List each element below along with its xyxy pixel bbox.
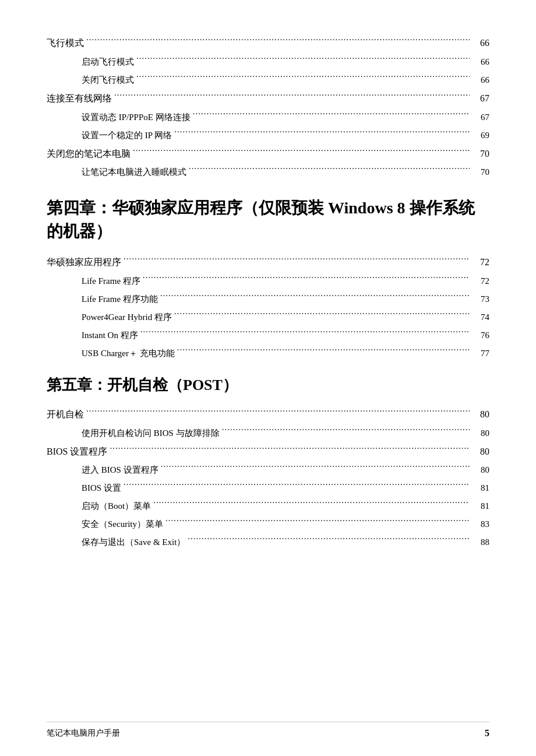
toc-entry: BIOS 设置程序80 — [47, 444, 489, 459]
toc-label: 启动（Boot）菜单 — [82, 499, 151, 513]
toc-dots — [140, 328, 470, 338]
toc-dots — [114, 90, 470, 101]
toc-section-top: 飞行模式66启动飞行模式66关闭飞行模式66连接至有线网络67设置动态 IP/P… — [47, 35, 489, 179]
toc-dots — [165, 516, 470, 527]
toc-dots — [110, 444, 470, 455]
toc-page: 77 — [472, 346, 489, 360]
page-container: 飞行模式66启动飞行模式66关闭飞行模式66连接至有线网络67设置动态 IP/P… — [0, 0, 536, 756]
toc-entry: 启动（Boot）菜单81 — [82, 498, 489, 513]
toc-dots — [160, 291, 470, 302]
toc-page: 69 — [472, 128, 489, 142]
toc-label: 设置动态 IP/PPPoE 网络连接 — [82, 110, 191, 124]
toc-dots — [161, 462, 470, 473]
toc-label: Life Frame 程序 — [82, 274, 140, 288]
toc-label: 进入 BIOS 设置程序 — [82, 463, 158, 477]
toc-label: Life Frame 程序功能 — [82, 292, 158, 306]
toc-dots — [136, 72, 470, 83]
toc-label: BIOS 设置程序 — [47, 444, 107, 459]
toc-dots — [124, 480, 470, 491]
toc-label: Instant On 程序 — [82, 328, 138, 342]
toc-entry: 华硕独家应用程序72 — [47, 254, 489, 270]
toc-page: 88 — [472, 535, 489, 549]
toc-dots — [124, 254, 470, 265]
toc-entry: 使用开机自检访问 BIOS 与故障排除80 — [82, 426, 489, 440]
toc-dots — [86, 35, 470, 46]
toc-entry: 关闭飞行模式66 — [82, 72, 489, 87]
toc-section-chapter4: 华硕独家应用程序72Life Frame 程序72Life Frame 程序功能… — [47, 254, 489, 360]
toc-dots — [189, 164, 470, 175]
toc-page: 67 — [472, 91, 489, 106]
toc-label: 连接至有线网络 — [47, 91, 112, 106]
toc-label: 安全（Security）菜单 — [82, 517, 163, 531]
toc-page: 74 — [472, 310, 489, 324]
footer: 笔记本电脑用户手册 5 — [47, 722, 489, 739]
toc-label: 关闭飞行模式 — [82, 73, 134, 87]
toc-entry: 开机自检80 — [47, 406, 489, 422]
toc-dots — [193, 110, 470, 120]
toc-entry: 连接至有线网络67 — [47, 90, 489, 106]
toc-page: 66 — [472, 36, 489, 51]
toc-entry: 保存与退出（Save & Exit）88 — [82, 535, 489, 549]
toc-page: 81 — [472, 481, 489, 495]
toc-entry: 飞行模式66 — [47, 35, 489, 51]
toc-entry: 进入 BIOS 设置程序80 — [82, 462, 489, 477]
toc-label: 关闭您的笔记本电脑 — [47, 146, 131, 161]
toc-dots — [174, 310, 470, 320]
toc-page: 70 — [472, 165, 489, 179]
toc-page: 66 — [472, 55, 489, 69]
toc-label: 让笔记本电脑进入睡眠模式 — [82, 165, 186, 179]
toc-dots — [136, 54, 470, 65]
toc-label: USB Charger＋ 充电功能 — [82, 346, 175, 360]
toc-label: 飞行模式 — [47, 36, 84, 51]
toc-page: 72 — [472, 255, 489, 270]
toc-entry: 关闭您的笔记本电脑70 — [47, 146, 489, 161]
toc-page: 83 — [472, 517, 489, 531]
toc-page: 67 — [472, 110, 489, 124]
toc-entry: Life Frame 程序功能73 — [82, 291, 489, 306]
toc-dots — [153, 498, 470, 509]
toc-page: 80 — [472, 463, 489, 477]
toc-page: 80 — [472, 407, 489, 422]
footer-page: 5 — [485, 728, 489, 739]
toc-page: 80 — [472, 426, 489, 440]
toc-entry: Instant On 程序76 — [82, 328, 489, 342]
chapter5-heading: 第五章：开机自检（POST） — [47, 375, 489, 396]
toc-dots — [143, 273, 470, 284]
toc-entry: Power4Gear Hybrid 程序74 — [82, 310, 489, 324]
toc-label: 开机自检 — [47, 407, 84, 422]
toc-dots — [188, 535, 470, 545]
toc-dots — [177, 346, 470, 356]
toc-page: 73 — [472, 292, 489, 306]
toc-page: 80 — [472, 444, 489, 459]
toc-dots — [133, 146, 470, 157]
toc-label: Power4Gear Hybrid 程序 — [82, 310, 172, 324]
toc-entry: 设置动态 IP/PPPoE 网络连接67 — [82, 110, 489, 124]
toc-entry: Life Frame 程序72 — [82, 273, 489, 288]
toc-page: 70 — [472, 146, 489, 161]
toc-label: BIOS 设置 — [82, 481, 121, 495]
toc-page: 76 — [472, 328, 489, 342]
toc-label: 保存与退出（Save & Exit） — [82, 535, 185, 549]
toc-label: 启动飞行模式 — [82, 55, 134, 69]
toc-entry: 让笔记本电脑进入睡眠模式70 — [82, 164, 489, 179]
toc-dots — [86, 406, 470, 417]
chapter4-heading: 第四章：华硕独家应用程序（仅限预装 Windows 8 操作系统的机器） — [47, 196, 489, 242]
toc-entry: 启动飞行模式66 — [82, 54, 489, 69]
toc-section-chapter5: 开机自检80使用开机自检访问 BIOS 与故障排除80BIOS 设置程序80进入… — [47, 406, 489, 550]
toc-entry: USB Charger＋ 充电功能77 — [82, 346, 489, 360]
toc-entry: 设置一个稳定的 IP 网络69 — [82, 128, 489, 142]
toc-label: 使用开机自检访问 BIOS 与故障排除 — [82, 426, 220, 440]
toc-label: 设置一个稳定的 IP 网络 — [82, 128, 172, 142]
toc-label: 华硕独家应用程序 — [47, 255, 121, 270]
footer-title: 笔记本电脑用户手册 — [47, 728, 120, 739]
toc-page: 66 — [472, 73, 489, 87]
toc-entry: 安全（Security）菜单83 — [82, 516, 489, 531]
toc-dots — [222, 426, 470, 436]
toc-page: 72 — [472, 274, 489, 288]
toc-dots — [174, 128, 470, 138]
toc-page: 81 — [472, 499, 489, 513]
toc-entry: BIOS 设置81 — [82, 480, 489, 495]
